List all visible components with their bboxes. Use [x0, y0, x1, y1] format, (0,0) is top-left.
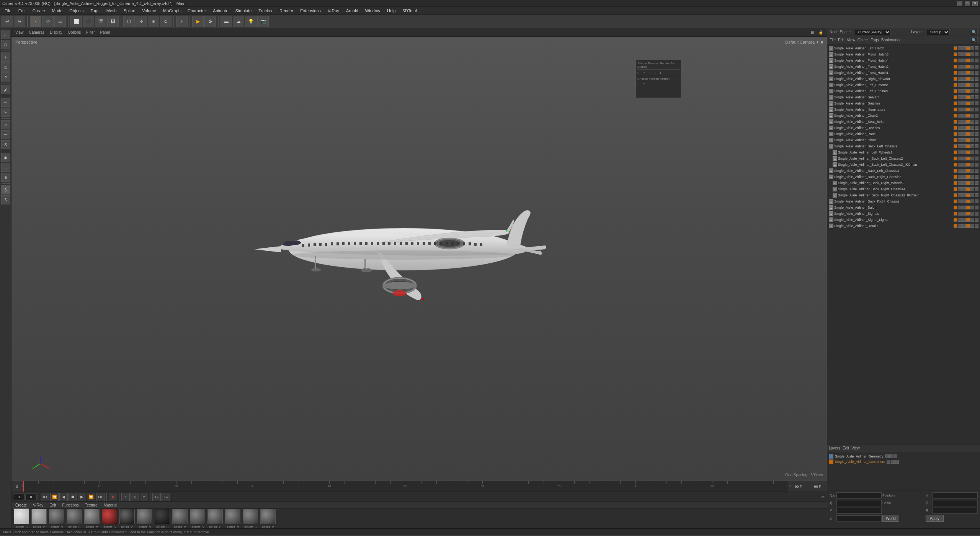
mat-item-11[interactable]: Single_A	[207, 509, 223, 528]
obj-ctrl-16-5[interactable]	[975, 144, 978, 148]
obj-ctrl-20-4[interactable]	[970, 169, 974, 173]
obj-ctrl-14-2[interactable]	[962, 132, 966, 136]
soft-select-tool[interactable]: ◉	[1, 153, 10, 162]
obj-ctrl-7-2[interactable]	[962, 89, 966, 93]
menu-item-render[interactable]: Render	[276, 7, 296, 15]
select-tool[interactable]: ◻	[1, 30, 10, 39]
obj-item-11[interactable]: ▲Single_Aisle_Airliner_Chair2	[828, 113, 979, 119]
bend-tool[interactable]: 〜	[1, 130, 10, 139]
viewport[interactable]: Aileron Elevator Rudder Air Brakes ○ ○ ○…	[11, 37, 827, 481]
obj-ctrl-2-1[interactable]	[958, 59, 962, 62]
obj-ctrl-24-4[interactable]	[970, 193, 974, 197]
obj-ctrl-20-0[interactable]	[954, 169, 957, 173]
new-object-button[interactable]: +	[176, 16, 188, 27]
obj-ctrl-2-4[interactable]	[970, 59, 974, 62]
obj-ctrl-2-2[interactable]	[962, 59, 966, 62]
obj-ctrl-24-2[interactable]	[962, 193, 966, 197]
obj-ctrl-23-0[interactable]	[954, 187, 957, 191]
obj-item-20[interactable]: ▲Single_Aisle_Airliner_Back_Left_Chassis…	[828, 168, 979, 174]
obj-ctrl-6-5[interactable]	[975, 83, 978, 87]
obj-item-5[interactable]: ▲Single_Aisle_Airliner_Right_Elevator	[828, 76, 979, 82]
obj-ctrl-7-0[interactable]	[954, 89, 957, 93]
obj-ctrl-3-5[interactable]	[975, 65, 978, 69]
deform-tool[interactable]: S	[1, 195, 10, 204]
obj-ctrl-22-4[interactable]	[970, 181, 974, 185]
menu-item-simulate[interactable]: Simulate	[232, 7, 255, 15]
obj-ctrl-17-1[interactable]	[958, 150, 962, 154]
obj-ctrl-29-1[interactable]	[958, 224, 962, 228]
apply-button[interactable]: Apply	[926, 515, 944, 522]
poly-pen[interactable]: ✏	[1, 98, 10, 107]
camera-btn[interactable]: 📷	[257, 16, 269, 27]
y-input[interactable]	[836, 508, 882, 514]
play-reverse-button[interactable]: ◀	[59, 493, 68, 501]
obj-ctrl-14-4[interactable]	[970, 132, 974, 136]
mat-tab-vray[interactable]: V-Ray	[31, 502, 46, 508]
obj-ctrl-22-0[interactable]	[954, 181, 957, 185]
z-input[interactable]	[836, 515, 882, 521]
obj-ctrl-28-0[interactable]	[954, 218, 957, 222]
mat-item-0[interactable]: Single_A	[14, 509, 29, 528]
obj-ctrl-25-3[interactable]	[966, 199, 970, 203]
layer-render-icon[interactable]	[893, 454, 897, 458]
mat-item-7[interactable]: Single_A	[137, 509, 152, 528]
layout-dropdown[interactable]: Startup	[927, 29, 950, 35]
brush-tool[interactable]: 🖌	[1, 85, 10, 94]
obj-ctrl-26-4[interactable]	[970, 206, 974, 209]
obj-item-8[interactable]: ▲Single_Aisle_Airliner_Sealant	[828, 94, 979, 100]
menu-item-mesh[interactable]: Mesh	[103, 7, 120, 15]
obj-ctrl-23-4[interactable]	[970, 187, 974, 191]
obj-ctrl-1-1[interactable]	[958, 52, 962, 56]
obj-ctrl-9-3[interactable]	[966, 101, 970, 105]
viewport-cameras-btn[interactable]: Cameras	[28, 29, 46, 35]
obj-ctrl-22-5[interactable]	[975, 181, 978, 185]
menu-item-animate[interactable]: Animate	[210, 7, 231, 15]
obj-ctrl-12-5[interactable]	[975, 120, 978, 124]
obj-ctrl-8-4[interactable]	[970, 95, 974, 99]
animation-mode-button[interactable]: 🎬	[95, 16, 106, 27]
mat-item-6[interactable]: Single_A	[119, 509, 135, 528]
obj-ctrl-8-1[interactable]	[958, 95, 962, 99]
mat-item-9[interactable]: Single_A	[172, 509, 188, 528]
layer-tab-edit[interactable]: Edit	[843, 446, 849, 450]
close-button[interactable]: ✕	[972, 1, 978, 6]
obj-ctrl-16-0[interactable]	[954, 144, 957, 148]
menu-item-arnold[interactable]: Arnold	[343, 7, 361, 15]
obj-ctrl-5-4[interactable]	[970, 77, 974, 81]
obj-ctrl-26-2[interactable]	[962, 206, 966, 209]
obj-ctrl-18-2[interactable]	[962, 157, 966, 160]
rotate-tool-button[interactable]: ↻	[160, 16, 172, 27]
obj-item-15[interactable]: ▲Single_Aisle_Airliner_Chair	[828, 137, 979, 143]
light-btn[interactable]: 💡	[245, 16, 256, 27]
obj-ctrl-13-0[interactable]	[954, 126, 957, 130]
obj-ctrl-15-5[interactable]	[975, 138, 978, 142]
obj-tab-file[interactable]: File	[830, 38, 836, 42]
obj-ctrl-7-1[interactable]	[958, 89, 962, 93]
x-input[interactable]	[836, 500, 882, 506]
node-space-dropdown[interactable]: Current (V-Ray)	[855, 29, 891, 35]
obj-ctrl-12-4[interactable]	[970, 120, 974, 124]
obj-ctrl-11-0[interactable]	[954, 114, 957, 118]
obj-ctrl-4-5[interactable]	[975, 71, 978, 75]
menu-item-tracker[interactable]: Tracker	[255, 7, 276, 15]
obj-ctrl-25-1[interactable]	[958, 199, 962, 203]
obj-ctrl-15-3[interactable]	[966, 138, 970, 142]
obj-ctrl-0-2[interactable]	[962, 46, 966, 50]
coord-name-input[interactable]	[836, 492, 882, 498]
obj-item-6[interactable]: ▲Single_Aisle_Airliner_Left_Elevator	[828, 82, 979, 88]
obj-ctrl-24-5[interactable]	[975, 193, 978, 197]
minimize-button[interactable]: ─	[957, 1, 962, 6]
obj-ctrl-0-0[interactable]	[954, 46, 957, 50]
obj-ctrl-14-1[interactable]	[958, 132, 962, 136]
obj-ctrl-6-0[interactable]	[954, 83, 957, 87]
menu-item-help[interactable]: Help	[384, 7, 399, 15]
autokey-btn[interactable]: A	[131, 493, 139, 501]
obj-ctrl-16-1[interactable]	[958, 144, 962, 148]
magnet-tool[interactable]: ⊙	[1, 120, 10, 129]
points-mode-button[interactable]: ●	[30, 16, 41, 27]
obj-ctrl-12-1[interactable]	[958, 120, 962, 124]
h-input[interactable]	[933, 492, 978, 498]
obj-ctrl-26-0[interactable]	[954, 206, 957, 209]
menu-item-extensions[interactable]: Extensions	[297, 7, 324, 15]
move-tool-button[interactable]: ✛	[136, 16, 147, 27]
